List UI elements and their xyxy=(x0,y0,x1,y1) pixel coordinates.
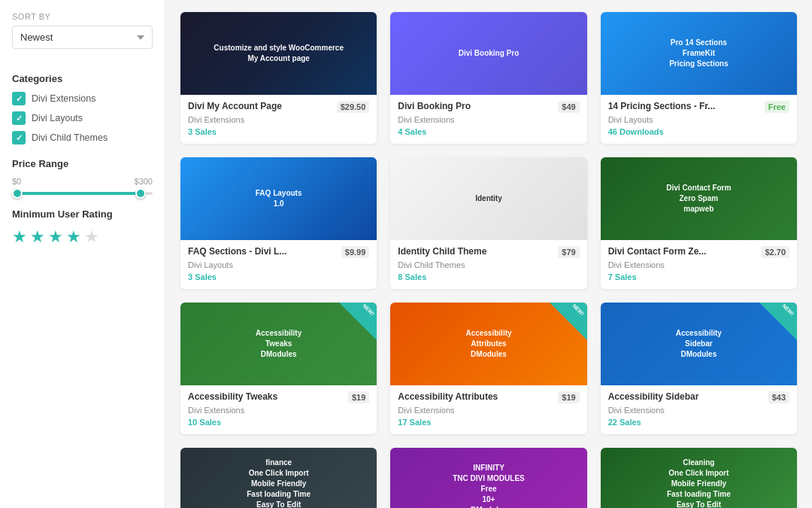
price-labels: $0 $300 xyxy=(12,177,153,186)
product-price-5: $79 xyxy=(558,246,579,258)
product-card-6[interactable]: Divi Contact Form Zero Spam mapwebDivi C… xyxy=(601,157,797,289)
product-category-5: Divi Child Themes xyxy=(398,260,579,269)
product-price-3: Free xyxy=(765,101,789,113)
product-name-3: 14 Pricing Sections - Fr... xyxy=(608,101,762,113)
product-thumb-text-7: Accessibility Tweaks DModules xyxy=(250,322,308,366)
product-name-6: Divi Contact Form Ze... xyxy=(608,246,759,258)
product-category-3: Divi Layouts xyxy=(608,115,789,124)
product-card-11[interactable]: INFINITY TNC DIVI MODULES Free 10+ DModu… xyxy=(390,448,586,508)
product-card-3[interactable]: Pro 14 Sections FrameKit Pricing Section… xyxy=(601,12,797,144)
product-price-2: $49 xyxy=(558,101,579,113)
product-thumb-10: finance One Click Import Mobile Friendly… xyxy=(180,448,377,508)
product-info-1: Divi My Account Page$29.50Divi Extension… xyxy=(180,95,377,144)
product-card-4[interactable]: FAQ Layouts 1.0FAQ Sections - Divi L...$… xyxy=(180,157,377,289)
product-title-row-9: Accessibility Sidebar$43 xyxy=(608,391,789,403)
product-name-8: Accessibility Attributes xyxy=(398,391,555,403)
product-card-8[interactable]: Accessibility Attributes DModulesNEW!Acc… xyxy=(390,303,586,434)
product-price-9: $43 xyxy=(768,391,789,403)
product-name-1: Divi My Account Page xyxy=(188,101,334,113)
product-info-7: Accessibility Tweaks$19Divi Extensions10… xyxy=(180,385,377,434)
product-thumb-4: FAQ Layouts 1.0 xyxy=(180,157,377,240)
category-label-divi-extensions: Divi Extensions xyxy=(32,93,95,104)
checkbox-divi-layouts[interactable] xyxy=(12,111,26,125)
product-thumb-text-3: Pro 14 Sections FrameKit Pricing Section… xyxy=(663,32,734,75)
product-thumb-7: Accessibility Tweaks DModulesNEW! xyxy=(180,303,377,385)
product-sales-6: 7 Sales xyxy=(608,272,789,281)
checkbox-divi-child-themes[interactable] xyxy=(12,131,26,144)
product-thumb-text-8: Accessibility Attributes DModules xyxy=(459,322,517,366)
product-category-8: Divi Extensions xyxy=(398,406,579,415)
product-thumb-text-6: Divi Contact Form Zero Spam mapweb xyxy=(660,177,737,221)
product-sales-7: 10 Sales xyxy=(188,418,369,427)
product-title-row-3: 14 Pricing Sections - Fr...Free xyxy=(608,101,789,113)
product-price-1: $29.50 xyxy=(337,101,370,113)
product-price-4: $9.99 xyxy=(341,246,370,258)
star-1[interactable]: ★ xyxy=(12,227,27,247)
category-item-divi-child-themes[interactable]: Divi Child Themes xyxy=(12,131,153,144)
sort-select[interactable]: Newest Oldest Price: Low to High Price: … xyxy=(12,26,153,49)
product-card-9[interactable]: Accessibility Sidebar DModulesNEW!Access… xyxy=(601,303,797,434)
price-slider-track[interactable] xyxy=(12,192,153,195)
product-category-7: Divi Extensions xyxy=(188,406,369,415)
star-3[interactable]: ★ xyxy=(48,227,63,247)
product-name-7: Accessibility Tweaks xyxy=(188,391,345,403)
product-thumb-text-2: Divi Booking Pro xyxy=(453,42,526,65)
sort-label: Sort By xyxy=(12,12,153,21)
category-item-divi-layouts[interactable]: Divi Layouts xyxy=(12,111,153,125)
product-name-5: Identity Child Theme xyxy=(398,246,555,258)
product-name-4: FAQ Sections - Divi L... xyxy=(188,246,338,258)
product-thumb-3: Pro 14 Sections FrameKit Pricing Section… xyxy=(601,12,797,95)
product-sales-5: 8 Sales xyxy=(398,272,579,281)
products-grid: Customize and style WooCommerce My Accou… xyxy=(180,12,797,508)
product-thumb-12: Cleaning One Click Import Mobile Friendl… xyxy=(601,448,797,508)
price-slider-thumb-right[interactable] xyxy=(135,188,146,199)
product-title-row-5: Identity Child Theme$79 xyxy=(398,246,579,258)
product-card-2[interactable]: Divi Booking ProDivi Booking Pro$49Divi … xyxy=(390,12,586,144)
star-5[interactable]: ★ xyxy=(84,227,99,247)
product-thumb-1: Customize and style WooCommerce My Accou… xyxy=(180,12,377,95)
product-card-10[interactable]: finance One Click Import Mobile Friendly… xyxy=(180,448,377,508)
products-main: Customize and style WooCommerce My Accou… xyxy=(165,0,812,508)
product-card-7[interactable]: Accessibility Tweaks DModulesNEW!Accessi… xyxy=(180,303,377,434)
product-name-9: Accessibility Sidebar xyxy=(608,391,765,403)
product-sales-9: 22 Sales xyxy=(608,418,789,427)
product-info-2: Divi Booking Pro$49Divi Extensions4 Sale… xyxy=(390,95,586,144)
price-max: $300 xyxy=(135,177,153,186)
category-label-divi-child-themes: Divi Child Themes xyxy=(32,132,108,143)
product-info-6: Divi Contact Form Ze...$2.70Divi Extensi… xyxy=(601,240,797,289)
checkbox-divi-extensions[interactable] xyxy=(12,92,26,105)
star-2[interactable]: ★ xyxy=(30,227,45,247)
product-info-8: Accessibility Attributes$19Divi Extensio… xyxy=(390,385,586,434)
product-sales-3: 46 Downloads xyxy=(608,127,789,136)
product-thumb-text-4: FAQ Layouts 1.0 xyxy=(250,182,308,215)
product-title-row-7: Accessibility Tweaks$19 xyxy=(188,391,369,403)
product-title-row-4: FAQ Sections - Divi L...$9.99 xyxy=(188,246,369,258)
product-info-9: Accessibility Sidebar$43Divi Extensions2… xyxy=(601,385,797,434)
star-4[interactable]: ★ xyxy=(66,227,81,247)
categories-title: Categories xyxy=(12,73,153,84)
product-thumb-5: Identity xyxy=(390,157,586,240)
product-thumb-text-11: INFINITY TNC DIVI MODULES Free 10+ DModu… xyxy=(447,457,531,508)
user-rating-title: Minimum User Rating xyxy=(12,208,153,220)
product-sales-2: 4 Sales xyxy=(398,127,579,136)
product-price-6: $2.70 xyxy=(761,246,789,258)
product-info-3: 14 Pricing Sections - Fr...FreeDivi Layo… xyxy=(601,95,797,144)
product-thumb-text-12: Cleaning One Click Import Mobile Friendl… xyxy=(661,452,737,508)
price-slider-thumb-left[interactable] xyxy=(12,188,23,199)
product-thumb-text-10: finance One Click Import Mobile Friendly… xyxy=(241,452,317,508)
product-thumb-text-5: Identity xyxy=(469,187,508,210)
rating-stars[interactable]: ★ ★ ★ ★ ★ xyxy=(12,227,153,247)
user-rating-section: Minimum User Rating ★ ★ ★ ★ ★ xyxy=(12,208,153,247)
categories-list: Divi Extensions Divi Layouts Divi Child … xyxy=(12,92,153,144)
product-card-1[interactable]: Customize and style WooCommerce My Accou… xyxy=(180,12,377,144)
category-item-divi-extensions[interactable]: Divi Extensions xyxy=(12,92,153,105)
sort-section: Sort By Newest Oldest Price: Low to High… xyxy=(12,12,153,62)
price-slider-fill xyxy=(12,192,146,195)
price-min: $0 xyxy=(12,177,21,186)
product-card-12[interactable]: Cleaning One Click Import Mobile Friendl… xyxy=(601,448,797,508)
product-card-5[interactable]: IdentityIdentity Child Theme$79Divi Chil… xyxy=(390,157,586,289)
product-sales-4: 3 Sales xyxy=(188,272,369,281)
new-badge-corner-9 xyxy=(759,303,797,340)
product-info-4: FAQ Sections - Divi L...$9.99Divi Layout… xyxy=(180,240,377,289)
sidebar: Sort By Newest Oldest Price: Low to High… xyxy=(0,0,165,508)
